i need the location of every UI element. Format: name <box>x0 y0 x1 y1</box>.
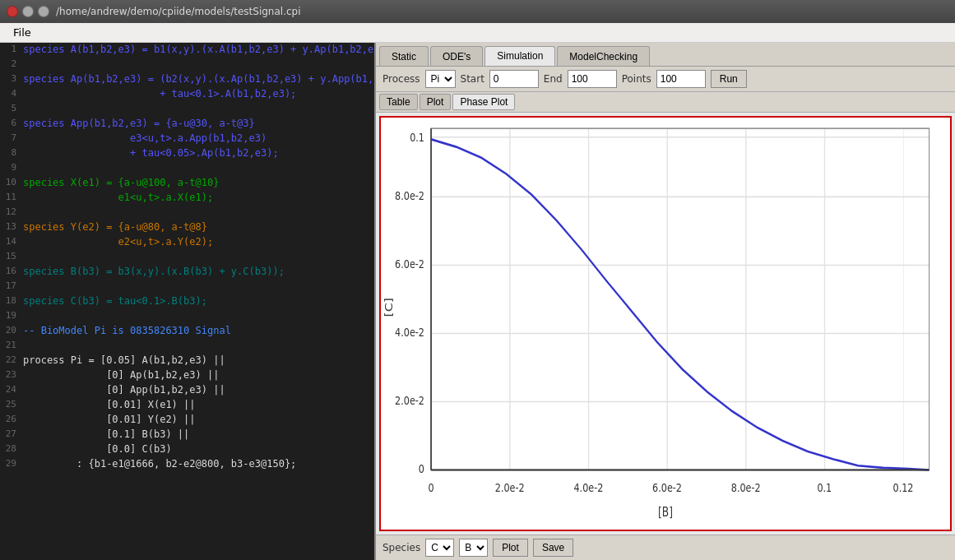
tab-phase-plot[interactable]: Phase Plot <box>452 94 515 110</box>
editor-line-27: 27 [0.1] B(b3) || <box>0 428 374 442</box>
maximize-button[interactable] <box>38 6 49 17</box>
species2-select[interactable]: B A C <box>459 539 488 557</box>
svg-text:6.0e-2: 6.0e-2 <box>652 480 682 494</box>
editor-line-3: 3 species Ap(b1,b2,e3) = (b2(x,y).(x.Ap(… <box>0 72 374 87</box>
editor-line-8: 8 + tau<0.05>.Ap(b1,b2,e3); <box>0 146 374 161</box>
chart-area: 0 2.0e-2 4.0e-2 6.0e-2 8.0e-2 0.1 0.12 0… <box>379 116 952 531</box>
svg-text:4.0e-2: 4.0e-2 <box>573 480 603 494</box>
editor-line-12: 12 <box>0 206 374 220</box>
tab-plot[interactable]: Plot <box>420 94 452 110</box>
svg-text:4.0e-2: 4.0e-2 <box>395 326 424 340</box>
svg-text:0: 0 <box>419 462 424 476</box>
editor-line-18: 18 species C(b3) = tau<0.1>.B(b3); <box>0 294 374 309</box>
end-label: End <box>544 73 563 85</box>
tab-modelchecking[interactable]: ModelChecking <box>557 46 650 66</box>
bottom-bar: Species C A B B A C Plot Save <box>376 535 955 560</box>
process-label: Process <box>382 73 420 85</box>
main-content: 1 species A(b1,b2,e3) = b1(x,y).(x.A(b1,… <box>0 43 955 560</box>
svg-text:6.0e-2: 6.0e-2 <box>395 257 424 271</box>
minimize-button[interactable] <box>22 6 34 17</box>
process-select[interactable]: Pi <box>425 70 456 88</box>
window-title: /home/andrew/demo/cpiide/models/testSign… <box>56 6 301 17</box>
sub-tab-bar: Table Plot Phase Plot <box>376 92 955 113</box>
save-button[interactable]: Save <box>533 539 573 557</box>
right-panel: Static ODE's Simulation ModelChecking Pr… <box>374 43 955 560</box>
svg-text:2.0e-2: 2.0e-2 <box>395 394 424 408</box>
menu-file[interactable]: File <box>7 25 38 40</box>
editor-line-22: 22 process Pi = [0.05] A(b1,b2,e3) || <box>0 354 374 368</box>
tab-table[interactable]: Table <box>379 94 418 110</box>
editor-line-28: 28 [0.0] C(b3) <box>0 442 374 457</box>
simulation-bar: Process Pi Start 0 End 100 Points 100 Ru… <box>376 67 955 92</box>
editor-line-2: 2 <box>0 58 374 72</box>
points-label: Points <box>622 73 651 85</box>
end-input[interactable]: 100 <box>568 70 617 88</box>
editor-line-14: 14 e2<u,t>.a.Y(e2); <box>0 235 374 250</box>
svg-rect-1 <box>431 128 930 470</box>
menu-bar: File <box>0 23 955 43</box>
window-controls <box>7 6 49 17</box>
editor-line-7: 7 e3<u,t>.a.App(b1,b2,e3) <box>0 132 374 146</box>
plot-button[interactable]: Plot <box>493 539 528 557</box>
tab-simulation[interactable]: Simulation <box>484 46 555 66</box>
svg-text:0.1: 0.1 <box>410 131 424 145</box>
editor-line-6: 6 species App(b1,b2,e3) = {a-u@30, a-t@3… <box>0 117 374 132</box>
points-input[interactable]: 100 <box>656 70 706 88</box>
tab-static[interactable]: Static <box>379 46 429 66</box>
editor-line-20: 20 -- BioModel Pi is 0835826310 Signal <box>0 324 374 339</box>
tab-odes[interactable]: ODE's <box>430 46 483 66</box>
editor-line-13: 13 species Y(e2) = {a-u@80, a-t@8} <box>0 220 374 235</box>
editor-panel: 1 species A(b1,b2,e3) = b1(x,y).(x.A(b1,… <box>0 43 374 560</box>
title-bar: /home/andrew/demo/cpiide/models/testSign… <box>0 0 955 23</box>
svg-text:2.0e-2: 2.0e-2 <box>495 480 525 494</box>
svg-text:0.1: 0.1 <box>817 480 832 494</box>
editor-line-24: 24 [0] App(b1,b2,e3) || <box>0 383 374 398</box>
phase-plot-chart: 0 2.0e-2 4.0e-2 6.0e-2 8.0e-2 0.1 0.12 0… <box>381 118 950 530</box>
svg-text:8.0e-2: 8.0e-2 <box>731 480 761 494</box>
editor-line-9: 9 <box>0 161 374 176</box>
svg-text:0.12: 0.12 <box>893 480 914 494</box>
editor-line-23: 23 [0] Ap(b1,b2,e3) || <box>0 368 374 383</box>
svg-text:[C]: [C] <box>383 298 395 317</box>
editor-line-16: 16 species B(b3) = b3(x,y).(x.B(b3) + y.… <box>0 265 374 280</box>
svg-text:8.0e-2: 8.0e-2 <box>395 189 424 203</box>
run-button[interactable]: Run <box>711 70 747 88</box>
editor-line-25: 25 [0.01] X(e1) || <box>0 398 374 413</box>
editor-line-17: 17 <box>0 280 374 294</box>
editor-line-5: 5 <box>0 102 374 117</box>
top-tab-bar: Static ODE's Simulation ModelChecking <box>376 43 955 67</box>
editor-line-15: 15 <box>0 250 374 265</box>
close-button[interactable] <box>7 6 18 17</box>
start-input[interactable]: 0 <box>489 70 539 88</box>
start-label: Start <box>461 73 484 85</box>
editor-line-21: 21 <box>0 339 374 354</box>
species1-select[interactable]: C A B <box>425 539 454 557</box>
editor-line-4: 4 + tau<0.1>.A(b1,b2,e3); <box>0 87 374 102</box>
svg-text:[B]: [B] <box>658 505 673 520</box>
editor-line-19: 19 <box>0 309 374 324</box>
editor-line-11: 11 e1<u,t>.a.X(e1); <box>0 191 374 206</box>
svg-text:0: 0 <box>429 480 434 494</box>
editor-line-26: 26 [0.01] Y(e2) || <box>0 413 374 428</box>
editor-line-1: 1 species A(b1,b2,e3) = b1(x,y).(x.A(b1,… <box>0 43 374 58</box>
editor-line-10: 10 species X(e1) = {a-u@100, a-t@10} <box>0 176 374 191</box>
species-label: Species <box>382 542 420 553</box>
editor-line-29: 29 : {b1-e1@1666, b2-e2@800, b3-e3@150}; <box>0 457 374 472</box>
